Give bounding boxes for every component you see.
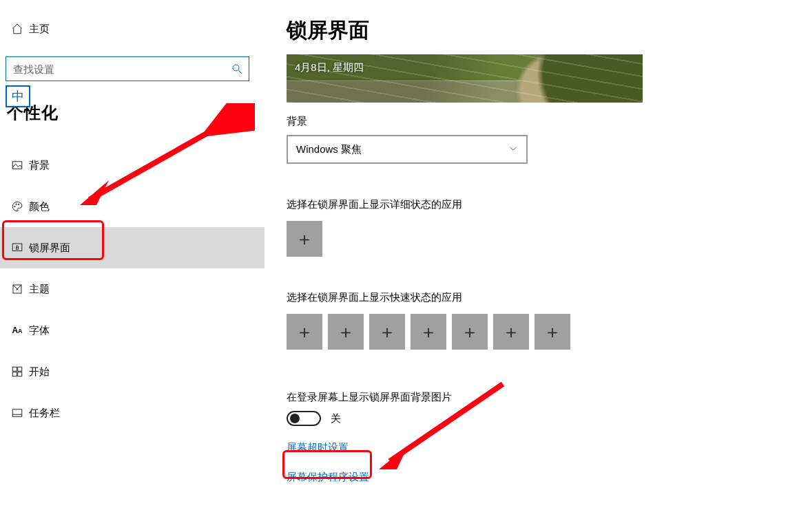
quick-app-label: 选择在锁屏界面上显示快速状态的应用	[287, 291, 799, 304]
svg-rect-12	[18, 372, 22, 376]
svg-point-4	[16, 204, 17, 205]
add-quick-app-button[interactable]: ＋	[287, 314, 322, 350]
category-title: 个性化	[7, 102, 264, 124]
sidebar-item-themes[interactable]: 主题	[0, 268, 264, 310]
svg-rect-7	[17, 247, 19, 249]
page-title: 锁屏界面	[287, 17, 799, 45]
sidebar-item-start[interactable]: 开始	[0, 351, 264, 392]
link-screen-timeout[interactable]: 屏幕超时设置	[287, 441, 349, 454]
add-quick-app-button[interactable]: ＋	[328, 314, 364, 350]
svg-rect-11	[12, 372, 17, 376]
add-detail-app-button[interactable]: ＋	[287, 221, 322, 257]
sidebar-item-label: 锁屏界面	[29, 242, 70, 255]
add-quick-app-button[interactable]: ＋	[452, 314, 488, 350]
home-icon	[6, 23, 29, 35]
svg-point-3	[14, 206, 16, 207]
home-nav[interactable]: 主页	[0, 15, 264, 43]
add-quick-app-button[interactable]: ＋	[493, 314, 529, 350]
background-label: 背景	[287, 115, 799, 128]
sidebar-item-label: 字体	[29, 324, 50, 337]
svg-rect-13	[12, 409, 22, 417]
start-icon	[6, 365, 29, 378]
sidebar-item-label: 主题	[29, 283, 50, 296]
add-quick-app-button[interactable]: ＋	[535, 314, 570, 350]
svg-rect-10	[18, 367, 22, 371]
sidebar-item-label: 开始	[29, 365, 50, 379]
palette-icon	[6, 200, 29, 213]
toggle-text: 关	[331, 412, 341, 425]
sidebar-item-label: 颜色	[29, 200, 50, 213]
add-quick-app-button[interactable]: ＋	[369, 314, 405, 350]
search-input-wrap[interactable]	[6, 56, 249, 81]
theme-icon	[6, 283, 29, 295]
settings-window: 主页 个性化 背景 颜色 锁屏界面	[0, 0, 799, 532]
quick-app-row: ＋ ＋ ＋ ＋ ＋ ＋ ＋	[287, 314, 799, 350]
svg-rect-9	[12, 367, 17, 371]
svg-line-1	[238, 70, 242, 74]
sidebar-item-fonts[interactable]: AA 字体	[0, 310, 264, 351]
sidebar-item-label: 背景	[29, 159, 50, 172]
sidebar-item-colors[interactable]: 颜色	[0, 186, 264, 227]
show-bg-toggle[interactable]	[287, 411, 321, 426]
dropdown-value: Windows 聚焦	[296, 143, 362, 156]
add-quick-app-button[interactable]: ＋	[411, 314, 446, 350]
svg-rect-2	[12, 162, 22, 169]
search-input[interactable]	[6, 63, 225, 75]
ime-badge[interactable]: 中	[6, 85, 30, 107]
taskbar-icon	[6, 407, 29, 419]
sidebar-item-lockscreen[interactable]: 锁屏界面	[0, 227, 264, 268]
sidebar-item-label: 任务栏	[29, 407, 60, 420]
font-icon: AA	[6, 326, 29, 335]
detail-app-label: 选择在锁屏界面上显示详细状态的应用	[287, 198, 799, 211]
lockscreen-preview[interactable]: 4月8日, 星期四	[287, 54, 643, 103]
svg-point-5	[19, 204, 20, 205]
show-bg-label: 在登录屏幕上显示锁屏界面背景图片	[287, 391, 799, 404]
preview-date: 4月8日, 星期四	[295, 61, 364, 74]
picture-icon	[6, 159, 29, 171]
sidebar: 主页 个性化 背景 颜色 锁屏界面	[0, 0, 264, 532]
chevron-down-icon	[508, 144, 518, 156]
home-label: 主页	[29, 23, 50, 36]
search-icon	[225, 63, 249, 75]
content-pane: 锁屏界面 4月8日, 星期四 背景 Windows 聚焦 选择在锁屏界面上显示详…	[264, 0, 799, 532]
sidebar-item-taskbar[interactable]: 任务栏	[0, 392, 264, 434]
background-dropdown[interactable]: Windows 聚焦	[287, 135, 528, 164]
sidebar-item-background[interactable]: 背景	[0, 145, 264, 186]
lockscreen-icon	[6, 242, 29, 254]
link-screensaver[interactable]: 屏幕保护程序设置	[287, 471, 799, 484]
svg-point-0	[233, 65, 239, 71]
